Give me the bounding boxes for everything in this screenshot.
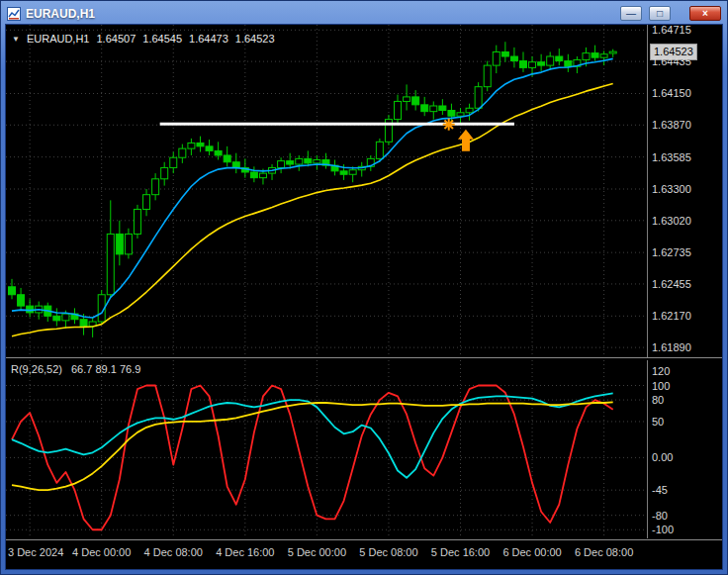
indicator-name: R(9,26,52): [11, 363, 62, 375]
time-axis-label: 4 Dec 16:00: [216, 546, 274, 558]
indicator-axis-label: -80: [652, 510, 668, 522]
titlebar[interactable]: EURAUD,H1 — □ ×: [5, 3, 723, 24]
window-icon[interactable]: [7, 7, 21, 21]
time-axis-label: 6 Dec 08:00: [575, 546, 633, 558]
indicator-axis-label: -45: [652, 484, 668, 496]
indicator-axis-label: -100: [652, 524, 674, 535]
price-axis-label: 1.64715: [652, 24, 691, 36]
price-axis[interactable]: 1.64523 1.647151.644351.641501.638701.63…: [647, 25, 722, 357]
symbol-label: ▼ EURAUD,H1 1.64507 1.64545 1.64473 1.64…: [12, 33, 275, 45]
chevron-down-icon: ▼: [12, 35, 20, 44]
indicator-values: 66.7 89.1 76.9: [71, 363, 140, 375]
maximize-button[interactable]: □: [649, 6, 671, 21]
time-axis-label: 4 Dec 00:00: [72, 546, 131, 558]
time-axis-label: 5 Dec 08:00: [359, 546, 417, 558]
minimize-button[interactable]: —: [620, 6, 642, 21]
price-axis-label: 1.62735: [652, 246, 691, 258]
time-axis-label: 5 Dec 16:00: [431, 546, 490, 558]
time-axis-label: 3 Dec 2024: [8, 546, 63, 558]
time-axis-label: 6 Dec 00:00: [502, 546, 561, 558]
price-axis-label: 1.63870: [652, 119, 691, 131]
indicator-axis-label: 120: [652, 365, 670, 377]
window-title: EURAUD,H1: [26, 7, 95, 21]
price-axis-label: 1.63020: [652, 215, 691, 227]
chart-client-area: ▼ EURAUD,H1 1.64507 1.64545 1.64473 1.64…: [5, 24, 723, 570]
indicator-axis-label: 100: [652, 380, 670, 392]
price-axis-label: 1.63585: [652, 151, 691, 163]
price-axis-label: 1.63300: [652, 183, 691, 195]
indicator-label: R(9,26,52) 66.7 89.1 76.9: [11, 363, 140, 375]
ohlc-close: 1.64523: [235, 33, 275, 45]
price-axis-label: 1.64435: [652, 55, 691, 67]
main-chart-canvas[interactable]: [6, 25, 647, 357]
price-axis-label: 1.61890: [652, 341, 691, 353]
price-axis-label: 1.64150: [652, 87, 691, 99]
time-axis-label: 5 Dec 00:00: [288, 546, 346, 558]
close-button[interactable]: ×: [689, 6, 721, 21]
price-axis-label: 1.62170: [652, 310, 691, 322]
time-axis[interactable]: 3 Dec 20244 Dec 00:004 Dec 08:004 Dec 16…: [6, 539, 722, 569]
symbol-text: EURAUD,H1: [27, 33, 90, 45]
ohlc-high: 1.64545: [142, 33, 182, 45]
app-window: EURAUD,H1 — □ × ▼ EURAUD,H1 1.64507 1.64…: [0, 0, 728, 575]
indicator-canvas[interactable]: [6, 360, 647, 538]
ohlc-open: 1.64507: [97, 33, 136, 45]
ohlc-low: 1.64473: [189, 33, 228, 45]
indicator-axis[interactable]: 12010080500.00-45-80-100: [647, 360, 722, 538]
indicator-axis-label: 50: [652, 416, 664, 428]
ohlc-values: 1.64507 1.64545 1.64473 1.64523: [97, 33, 275, 45]
price-axis-label: 1.62455: [652, 278, 691, 290]
time-axis-label: 4 Dec 08:00: [144, 546, 203, 558]
indicator-axis-label: 80: [652, 394, 664, 406]
indicator-axis-label: 0.00: [652, 451, 673, 463]
